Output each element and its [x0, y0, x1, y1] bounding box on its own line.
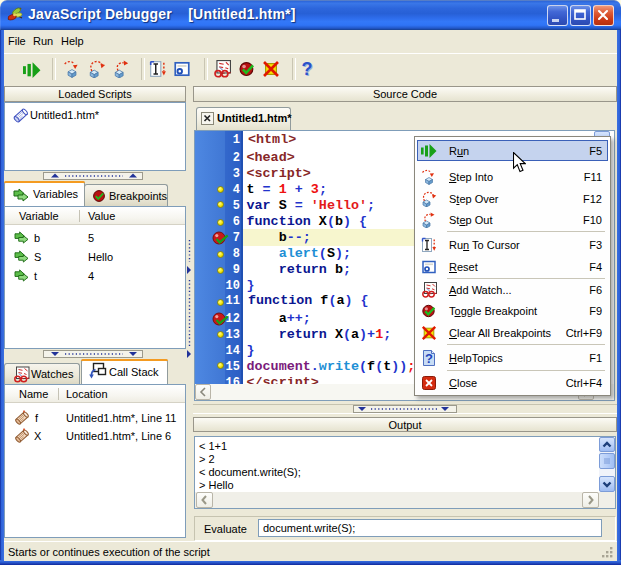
svg-text:?: ? — [425, 351, 433, 366]
svg-text:?: ? — [302, 60, 313, 78]
